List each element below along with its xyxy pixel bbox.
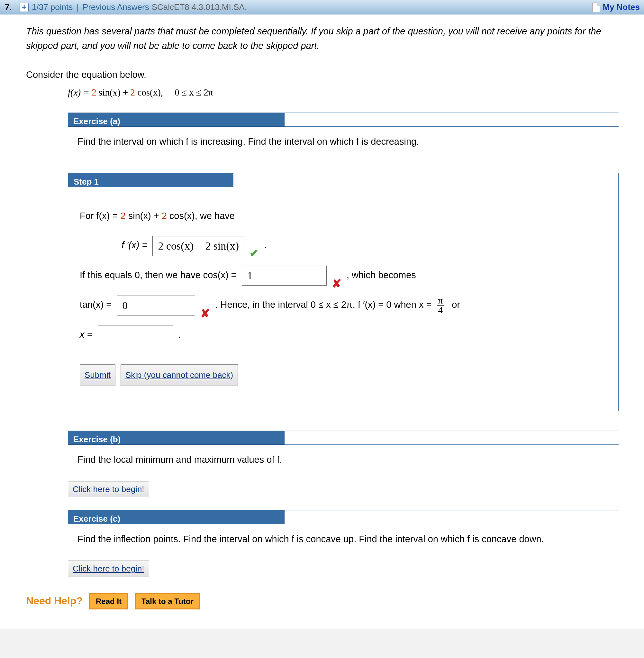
consider-label: Consider the equation below.	[26, 68, 619, 82]
step1-line1: For f(x) = 2 sin(x) + 2 cos(x), we have	[80, 206, 607, 226]
expand-icon[interactable]: +	[20, 3, 29, 12]
previous-answers-link[interactable]: Previous Answers	[83, 2, 149, 12]
step1-line4: x = .	[80, 324, 607, 345]
question-header: 7. + 1/37 points | Previous Answers SCal…	[0, 0, 644, 15]
notes-icon[interactable]	[592, 3, 600, 12]
need-help-bar: Need Help? Read It Talk to a Tutor	[26, 593, 619, 609]
step1-line3: tan(x) = 0 ✘ . Hence, in the interval 0 …	[80, 295, 607, 315]
equation-display: f(x) = 2 sin(x) + 2 cos(x), 0 ≤ x ≤ 2π	[26, 85, 619, 100]
answer-box-1[interactable]: 2 cos(x) − 2 sin(x)	[153, 236, 244, 256]
answer-box-4[interactable]	[98, 325, 173, 345]
question-number: 7.	[5, 2, 20, 12]
cross-icon: ✘	[332, 271, 342, 280]
fprime-row: f ′(x) = 2 cos(x) − 2 sin(x) ✔ .	[80, 235, 607, 256]
skip-button[interactable]: Skip (you cannot come back)	[120, 364, 238, 386]
submit-button[interactable]: Submit	[80, 364, 115, 386]
step-1-box: Step 1 For f(x) = 2 sin(x) + 2 cos(x), w…	[68, 173, 619, 411]
exercise-b-header: Exercise (b)	[68, 431, 619, 445]
exercise-b-text: Find the local minimum and maximum value…	[68, 445, 619, 475]
exercise-c-header: Exercise (c)	[68, 510, 619, 524]
check-icon: ✔	[250, 241, 259, 251]
answer-box-2[interactable]: 1	[242, 266, 327, 286]
answer-box-3[interactable]: 0	[117, 296, 195, 316]
fraction-pi-4: π4	[437, 296, 444, 315]
need-help-label: Need Help?	[26, 593, 83, 609]
cross-icon: ✘	[200, 301, 210, 310]
sequential-warning: This question has several parts that mus…	[26, 24, 619, 53]
step-1-header: Step 1	[68, 173, 618, 187]
exercise-a-header: Exercise (a)	[68, 113, 619, 127]
source-code: SCalcET8 4.3.013.MI.SA.	[152, 2, 247, 12]
exercise-c-text: Find the inflection points. Find the int…	[68, 524, 619, 554]
step1-line2: If this equals 0, then we have cos(x) = …	[80, 265, 607, 286]
read-it-button[interactable]: Read It	[89, 593, 128, 609]
talk-tutor-button[interactable]: Talk to a Tutor	[135, 593, 200, 609]
exercise-a-text: Find the interval on which f is increasi…	[68, 127, 619, 157]
begin-b-button[interactable]: Click here to begin!	[68, 481, 149, 497]
begin-c-button[interactable]: Click here to begin!	[68, 561, 149, 576]
my-notes-link[interactable]: My Notes	[602, 2, 640, 12]
divider-pipe: |	[76, 2, 79, 12]
points-display: 1/37 points	[32, 2, 73, 12]
